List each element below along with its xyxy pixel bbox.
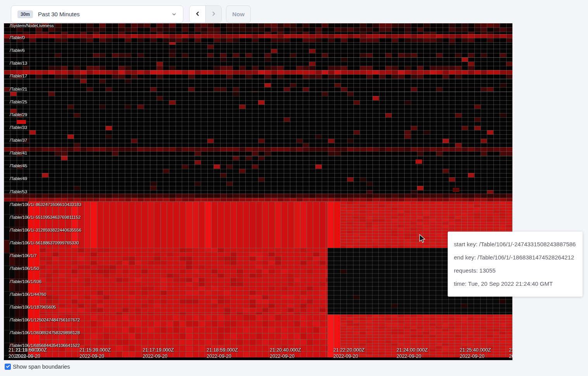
chevron-down-icon bbox=[171, 12, 177, 17]
toolbar: 30m Past 30 Minutes Now bbox=[0, 0, 588, 23]
next-window-button[interactable] bbox=[205, 6, 221, 22]
check-icon bbox=[6, 363, 10, 370]
chevron-right-icon bbox=[210, 10, 217, 18]
key-visualizer[interactable]: /System/NodeLiveness/Table/0/Table/6/Tab… bbox=[4, 23, 512, 360]
tooltip-requests: requests: 13055 bbox=[454, 267, 576, 275]
footer: Show span boundaries bbox=[5, 364, 70, 370]
tooltip-start-key: start key: /Table/106/1/-247433150824388… bbox=[454, 240, 576, 248]
show-span-boundaries-checkbox[interactable] bbox=[5, 364, 11, 370]
heatmap-tooltip: start key: /Table/106/1/-247433150824388… bbox=[448, 232, 583, 297]
show-span-boundaries-label: Show span boundaries bbox=[13, 364, 70, 370]
prev-window-button[interactable] bbox=[190, 6, 205, 22]
duration-label: Past 30 Minutes bbox=[38, 11, 80, 17]
duration-badge: 30m bbox=[17, 10, 33, 18]
now-button[interactable]: Now bbox=[226, 5, 251, 23]
time-nav-group bbox=[189, 5, 222, 23]
tooltip-time: time: Tue, 20 Sep 2022 21:24:40 GMT bbox=[454, 280, 576, 288]
time-window-select[interactable]: 30m Past 30 Minutes bbox=[11, 5, 183, 23]
tooltip-end-key: end key: /Table/106/1/-18683814745282642… bbox=[454, 254, 576, 261]
chevron-left-icon bbox=[194, 10, 201, 18]
heatmap-canvas[interactable] bbox=[4, 23, 512, 360]
